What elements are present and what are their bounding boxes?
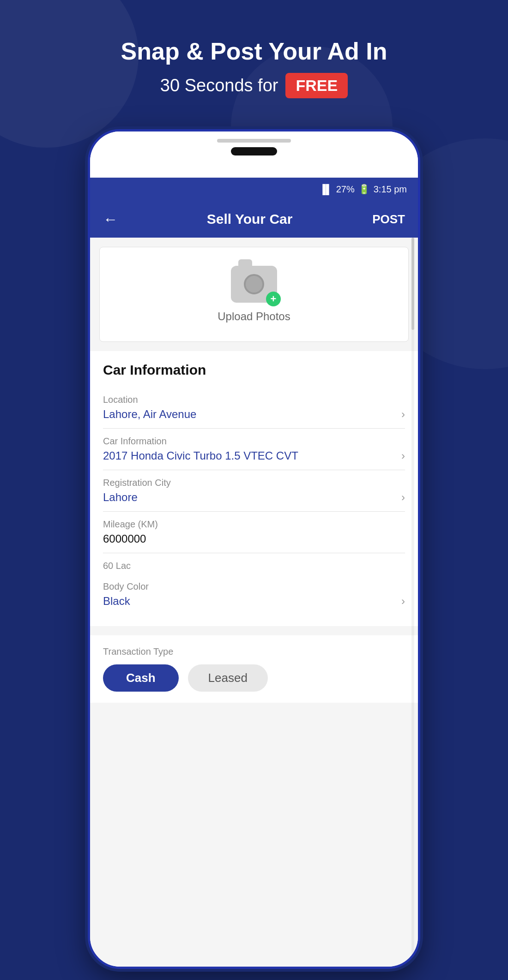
time-display: 3:15 pm	[374, 184, 407, 195]
reg-city-label: Registration City	[103, 478, 405, 488]
cash-button[interactable]: Cash	[103, 664, 179, 692]
location-label: Location	[103, 394, 405, 405]
upload-section[interactable]: + Upload Photos	[99, 247, 409, 342]
mileage-field[interactable]: Mileage (KM) 6000000	[103, 512, 405, 553]
phone-container: ▐▌ 27% 🔋 3:15 pm ← Sell Your Car POST	[88, 129, 420, 969]
location-value-row: Lahore, Air Avenue ›	[103, 408, 405, 421]
leased-button[interactable]: Leased	[188, 664, 268, 692]
reg-city-value: Lahore	[103, 491, 138, 504]
back-button[interactable]: ←	[103, 211, 118, 228]
car-info-value: 2017 Honda Civic Turbo 1.5 VTEC CVT	[103, 449, 298, 462]
header-sub: 30 Seconds for FREE	[0, 73, 508, 98]
phone-frame: ▐▌ 27% 🔋 3:15 pm ← Sell Your Car POST	[88, 129, 420, 969]
car-info-value-row: 2017 Honda Civic Turbo 1.5 VTEC CVT ›	[103, 449, 405, 462]
phone-home-indicator	[231, 147, 277, 155]
battery-icon: 🔋	[358, 184, 370, 195]
car-info-section: Car Information Location Lahore, Air Ave…	[90, 351, 418, 626]
add-photo-icon: +	[266, 292, 281, 306]
camera-hump	[238, 259, 252, 267]
car-info-chevron: ›	[401, 449, 405, 462]
camera-icon-wrap: +	[231, 266, 277, 303]
registration-city-field[interactable]: Registration City Lahore ›	[103, 470, 405, 512]
reg-city-chevron: ›	[401, 491, 405, 504]
car-info-label: Car Information	[103, 436, 405, 447]
header-sub-prefix: 30 Seconds for	[160, 76, 278, 96]
phone-notch-bar	[217, 139, 291, 143]
app-title: Sell Your Car	[127, 211, 372, 227]
location-field[interactable]: Location Lahore, Air Avenue ›	[103, 387, 405, 429]
body-color-field[interactable]: Body Color Black ›	[103, 574, 405, 615]
header-title: Snap & Post Your Ad In	[0, 37, 508, 66]
signal-icon: ▐▌	[319, 184, 332, 195]
scroll-bar	[411, 238, 414, 967]
free-badge: FREE	[285, 73, 348, 98]
phone-top	[90, 131, 418, 178]
reg-city-value-row: Lahore ›	[103, 491, 405, 504]
body-color-value: Black	[103, 595, 130, 608]
transaction-buttons: Cash Leased	[103, 664, 405, 692]
header-area: Snap & Post Your Ad In 30 Seconds for FR…	[0, 37, 508, 98]
transaction-label: Transaction Type	[103, 646, 405, 657]
post-button[interactable]: POST	[372, 212, 405, 227]
mileage-label: Mileage (KM)	[103, 519, 405, 530]
camera-lens	[244, 274, 264, 294]
battery-percent: 27%	[336, 184, 355, 195]
mileage-value-row: 6000000	[103, 532, 405, 545]
location-chevron: ›	[401, 408, 405, 421]
body-color-value-row: Black ›	[103, 595, 405, 608]
body-color-label: Body Color	[103, 581, 405, 592]
location-value: Lahore, Air Avenue	[103, 408, 196, 421]
upload-label: Upload Photos	[218, 310, 290, 323]
price-label: 60 Lac	[103, 553, 405, 574]
transaction-section: Transaction Type Cash Leased	[90, 635, 418, 703]
body-color-chevron: ›	[401, 595, 405, 608]
phone-power-button	[418, 224, 420, 261]
phone-content: + Upload Photos Car Information Location…	[90, 238, 418, 967]
section-title: Car Information	[103, 362, 405, 378]
app-header: ← Sell Your Car POST	[90, 201, 418, 238]
mileage-value: 6000000	[103, 532, 146, 545]
scroll-thumb	[411, 238, 414, 330]
car-info-field[interactable]: Car Information 2017 Honda Civic Turbo 1…	[103, 429, 405, 470]
status-icons: ▐▌ 27% 🔋 3:15 pm	[319, 184, 407, 195]
status-bar: ▐▌ 27% 🔋 3:15 pm	[90, 178, 418, 201]
